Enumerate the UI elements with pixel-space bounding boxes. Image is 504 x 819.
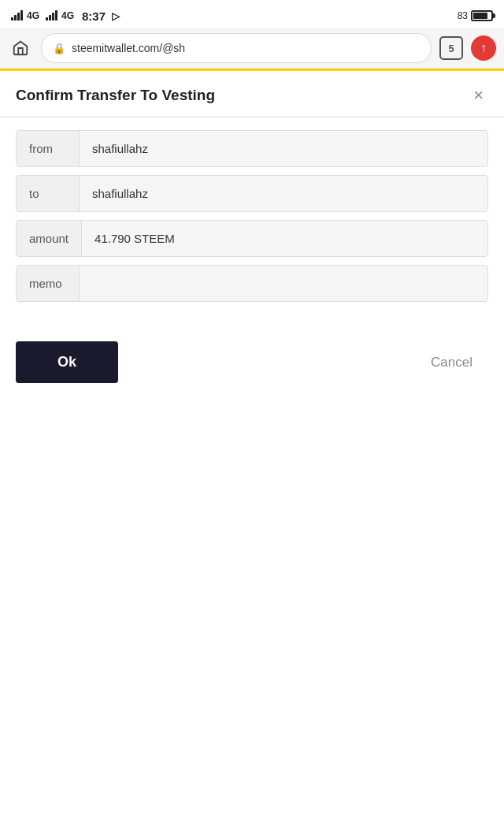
svg-rect-2 (17, 13, 20, 20)
signal-label-2: 4G (61, 10, 74, 21)
cancel-button[interactable]: Cancel (415, 347, 488, 378)
home-button[interactable] (8, 35, 33, 61)
svg-rect-1 (14, 15, 17, 20)
play-icon: ▷ (112, 10, 120, 22)
ok-button[interactable]: Ok (16, 341, 118, 383)
upload-button[interactable]: ↑ (471, 35, 496, 61)
signal-icon-1 (11, 9, 24, 23)
to-label: to (17, 176, 80, 211)
upload-icon: ↑ (480, 41, 487, 55)
close-button[interactable]: × (469, 85, 488, 106)
tab-count-badge[interactable]: 5 (439, 36, 463, 60)
battery-label: 83 (458, 10, 468, 21)
to-value: shafiullahz (80, 176, 487, 211)
status-time: 8:37 (82, 9, 106, 23)
status-bar: 4G 4G 8:37 ▷ 83 (0, 0, 504, 28)
svg-rect-0 (11, 17, 13, 20)
browser-bar: 🔒 steemitwallet.com/@sh 5 ↑ (0, 28, 504, 69)
form-section: from shafiullahz to shafiullahz amount 4… (0, 117, 504, 322)
dialog-container: Confirm Transfer To Vesting × from shafi… (0, 71, 504, 399)
url-text: steemitwallet.com/@sh (72, 42, 185, 54)
from-value: shafiullahz (80, 131, 487, 166)
status-left: 4G 4G 8:37 ▷ (11, 9, 120, 23)
lock-icon: 🔒 (53, 43, 65, 54)
memo-label: memo (17, 266, 80, 301)
status-right: 83 (458, 10, 493, 21)
amount-label: amount (17, 221, 82, 256)
from-label: from (17, 131, 80, 166)
signal-icon-2 (46, 9, 58, 23)
signal-label-1: 4G (27, 10, 39, 21)
dialog-header: Confirm Transfer To Vesting × (0, 71, 504, 117)
memo-value (80, 266, 487, 301)
memo-row: memo (16, 265, 488, 302)
url-bar[interactable]: 🔒 steemitwallet.com/@sh (41, 33, 432, 63)
battery-fill (473, 13, 487, 19)
svg-rect-6 (52, 13, 54, 20)
to-row: to shafiullahz (16, 175, 488, 212)
amount-value: 41.790 STEEM (82, 221, 487, 256)
amount-row: amount 41.790 STEEM (16, 220, 488, 257)
from-row: from shafiullahz (16, 130, 488, 167)
svg-rect-5 (49, 15, 51, 20)
battery-icon (471, 10, 493, 21)
battery-tip (493, 13, 495, 18)
button-row: Ok Cancel (0, 322, 504, 399)
page-body (0, 399, 504, 698)
svg-rect-7 (55, 10, 57, 20)
dialog-title: Confirm Transfer To Vesting (16, 87, 215, 104)
svg-rect-3 (20, 10, 23, 20)
svg-rect-4 (46, 17, 48, 20)
